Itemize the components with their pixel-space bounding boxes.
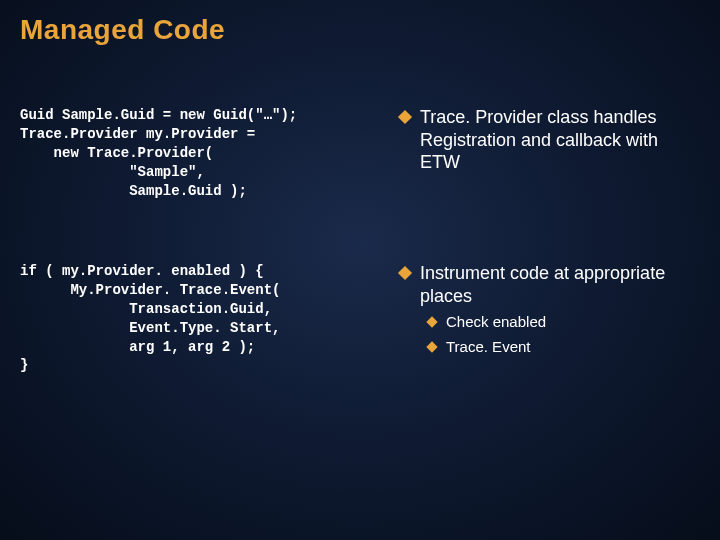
code-block-1: Guid Sample.Guid = new Guid("…"); Trace.… (20, 106, 390, 200)
content-row: Guid Sample.Guid = new Guid("…"); Trace.… (20, 106, 700, 375)
slide-title: Managed Code (20, 14, 700, 46)
slide: Managed Code Guid Sample.Guid = new Guid… (0, 0, 720, 540)
code-block-1-wrap: Guid Sample.Guid = new Guid("…"); Trace.… (20, 106, 390, 256)
code-block-2-wrap: if ( my.Provider. enabled ) { My.Provide… (20, 256, 390, 375)
diamond-bullet-icon (398, 266, 412, 280)
diamond-bullet-icon (426, 341, 437, 352)
bullet-text-2: Instrument code at appropriate places (420, 262, 700, 307)
bullet-item-1: Trace. Provider class handles Registrati… (400, 106, 700, 174)
diamond-bullet-icon (426, 316, 437, 327)
code-column: Guid Sample.Guid = new Guid("…"); Trace.… (20, 106, 400, 375)
code-block-2: if ( my.Provider. enabled ) { My.Provide… (20, 262, 390, 375)
sub-bullet-text-1: Check enabled (446, 313, 546, 332)
sub-bullet-item-1: Check enabled (428, 313, 700, 332)
bullet-group-1: Trace. Provider class handles Registrati… (400, 106, 700, 254)
bullet-group-2: Instrument code at appropriate places Ch… (400, 254, 700, 357)
bullet-column: Trace. Provider class handles Registrati… (400, 106, 700, 375)
diamond-bullet-icon (398, 110, 412, 124)
bullet-text-1: Trace. Provider class handles Registrati… (420, 106, 700, 174)
sub-bullet-text-2: Trace. Event (446, 338, 530, 357)
bullet-item-2: Instrument code at appropriate places (400, 262, 700, 307)
sub-bullet-item-2: Trace. Event (428, 338, 700, 357)
